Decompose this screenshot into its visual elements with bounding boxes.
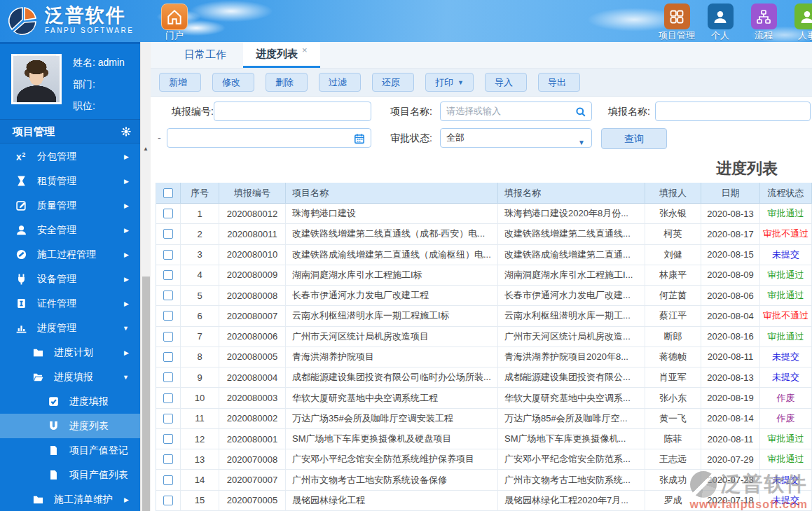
cell-person-link[interactable]: 陈菲 <box>645 429 701 449</box>
row-checkbox[interactable] <box>163 393 173 403</box>
top-nav-item[interactable]: 个人 <box>699 4 742 41</box>
cell-project-name-link[interactable]: 改建铁路成渝线增建第二直通线（成渝枢纽）电... <box>286 245 498 265</box>
cell-person-link[interactable]: 断郎 <box>645 327 701 347</box>
column-header[interactable]: 填报名称 <box>498 183 645 204</box>
cell-report-name-link[interactable]: 华软大厦研究基地中央空调系... <box>498 388 645 408</box>
row-checkbox[interactable] <box>163 434 173 444</box>
table-row[interactable]: 5 2020080008 长春市伊通河水力发电厂改建工程 长春市伊通河水力发电厂… <box>156 286 812 306</box>
cell-report-code-link[interactable]: 2020080001 <box>219 429 286 449</box>
calendar-icon[interactable] <box>354 133 365 144</box>
top-nav-item[interactable]: 人事 <box>785 4 812 41</box>
cell-report-code-link[interactable]: 2020080007 <box>219 306 286 326</box>
gear-icon[interactable] <box>121 126 132 137</box>
sidebar-menu-item[interactable]: 进度列表 <box>0 414 140 438</box>
cell-report-name-link[interactable]: 成都能源建设集团投资有限公... <box>498 368 645 388</box>
sidebar-menu-item[interactable]: 安全管理 ▶ <box>0 218 140 242</box>
row-checkbox[interactable] <box>163 229 173 239</box>
sidebar-menu-item[interactable]: 项目产值登记 <box>0 438 140 463</box>
column-header[interactable]: 序号 <box>181 183 219 204</box>
search-icon[interactable] <box>575 106 586 118</box>
toolbar-button[interactable]: 打印 ▼ <box>425 73 474 92</box>
cell-report-code-link[interactable]: 2020080006 <box>219 327 286 347</box>
toolbar-button[interactable]: 导出 <box>538 73 580 92</box>
cell-report-code-link[interactable]: 2020070008 <box>219 449 286 470</box>
sidebar-menu-item[interactable]: 进度填报 <box>0 389 140 414</box>
cell-report-code-link[interactable]: 2020080003 <box>219 388 286 408</box>
cell-person-link[interactable]: 黄一飞 <box>645 409 701 429</box>
cell-report-name-link[interactable]: 广州市天河区统计局机房改造... <box>498 327 645 347</box>
cell-project-name-link[interactable]: 云南水利枢纽潜明水库一期工程施工I标 <box>286 306 498 326</box>
sidebar-menu-item[interactable]: 进度计划 ▶ <box>0 340 140 365</box>
column-header[interactable]: 流程状态 <box>760 183 812 204</box>
cell-project-name-link[interactable]: SM广场地下车库更换摄像机及硬盘项目 <box>286 429 498 449</box>
row-checkbox[interactable] <box>163 475 173 485</box>
cell-person-link[interactable]: 林康平 <box>645 265 701 286</box>
cell-report-code-link[interactable]: 2020070007 <box>219 470 286 490</box>
cell-report-name-link[interactable]: 珠海鹤港口建设2020年8月份... <box>498 204 645 224</box>
table-row[interactable]: 11 2020080002 万达广场35#会所及咖啡厅空调安装工程 万达广场85… <box>156 409 812 429</box>
cell-project-name-link[interactable]: 万达广场35#会所及咖啡厅空调安装工程 <box>286 409 498 429</box>
cell-report-name-link[interactable]: 广州市文物考古工地安防系统... <box>498 470 645 490</box>
cell-report-name-link[interactable]: 万达广场85#会所及咖啡厅空... <box>498 409 645 429</box>
tab[interactable]: 进度列表 × <box>243 42 320 68</box>
table-row[interactable]: 12 2020080001 SM广场地下车库更换摄像机及硬盘项目 SM广场地下车… <box>156 429 812 449</box>
sidebar-menu-item[interactable]: 分包管理 ▶ <box>0 144 140 169</box>
sidebar-menu-item[interactable]: 质量管理 ▶ <box>0 193 140 218</box>
table-row[interactable]: 8 2020080005 青海洪湖养护院项目 青海洪湖养护院项目2020年8..… <box>156 347 812 368</box>
table-row[interactable]: 2 2020080011 改建铁路线增建第二线直通线（成都-西安）电... 改建… <box>156 224 812 244</box>
tab[interactable]: 日常工作 <box>172 42 243 68</box>
sidebar-menu-item[interactable]: 设备管理 ▶ <box>0 267 140 291</box>
cell-person-link[interactable]: 柯英 <box>645 224 701 244</box>
scrollbar-thumb[interactable] <box>142 276 150 511</box>
cell-project-name-link[interactable]: 珠海鹤港口建设 <box>286 204 498 224</box>
report-no-input[interactable] <box>214 102 371 121</box>
column-header[interactable]: 填报人 <box>645 183 701 204</box>
date-input[interactable] <box>167 128 371 148</box>
sidebar-menu-item[interactable]: 项目产值列表 <box>0 463 140 487</box>
table-row[interactable]: 15 2020070005 晟铭园林绿化工程 晟铭园林绿化工程2020年7月..… <box>156 491 812 511</box>
portal-button[interactable]: 门户 <box>159 4 190 41</box>
column-header[interactable]: 填报编号 <box>219 183 286 204</box>
search-button[interactable]: 查询 <box>601 128 667 149</box>
scroll-up-arrow[interactable]: ▲ <box>143 146 149 152</box>
cell-project-name-link[interactable]: 长春市伊通河水力发电厂改建工程 <box>286 286 498 306</box>
table-row[interactable]: 14 2020070007 广州市文物考古工地安防系统设备保修 广州市文物考古工… <box>156 470 812 490</box>
table-row[interactable]: 9 2020080004 成都能源建设集团投资有限公司临时办公场所装... 成都… <box>156 368 812 388</box>
row-checkbox[interactable] <box>163 496 173 505</box>
project-name-input[interactable]: 请选择或输入 <box>440 102 592 121</box>
table-row[interactable]: 6 2020080007 云南水利枢纽潜明水库一期工程施工I标 云南水利枢纽潜明… <box>156 306 812 326</box>
toolbar-button[interactable]: 还原 <box>372 73 414 92</box>
table-row[interactable]: 7 2020080006 广州市天河区统计局机房改造项目 广州市天河区统计局机房… <box>156 327 812 347</box>
tab-close-icon[interactable]: × <box>302 45 308 55</box>
toolbar-button[interactable]: 过滤 <box>319 73 361 92</box>
approval-status-select[interactable]: 全部 ▼ <box>440 128 592 148</box>
column-header[interactable]: 项目名称 <box>286 183 498 204</box>
column-header[interactable]: 日期 <box>701 183 760 204</box>
table-row[interactable]: 13 2020070008 广安邓小平纪念馆安全防范系统维护保养项目 广安邓小平… <box>156 449 812 470</box>
cell-report-code-link[interactable]: 2020080008 <box>219 286 286 306</box>
sidebar-scrollbar[interactable]: ▲ <box>140 42 151 511</box>
cell-person-link[interactable]: 何芷茵 <box>645 286 701 306</box>
toolbar-button[interactable]: 删除 <box>266 73 308 92</box>
cell-report-code-link[interactable]: 2020070005 <box>219 491 286 511</box>
cell-project-name-link[interactable]: 广安邓小平纪念馆安全防范系统维护保养项目 <box>286 449 498 470</box>
sidebar-menu-item[interactable]: 施工过程管理 ▶ <box>0 242 140 267</box>
cell-report-name-link[interactable]: 青海洪湖养护院项目2020年8... <box>498 347 645 368</box>
table-row[interactable]: 10 2020080003 华软大厦研究基地中央空调系统工程 华软大厦研究基地中… <box>156 388 812 408</box>
cell-report-name-link[interactable]: 晟铭园林绿化工程2020年7月... <box>498 491 645 511</box>
row-checkbox[interactable] <box>163 414 173 424</box>
row-checkbox[interactable] <box>163 372 173 382</box>
cell-project-name-link[interactable]: 改建铁路线增建第二线直通线（成都-西安）电... <box>286 224 498 244</box>
cell-project-name-link[interactable]: 成都能源建设集团投资有限公司临时办公场所装... <box>286 368 498 388</box>
row-checkbox[interactable] <box>163 290 173 300</box>
cell-report-code-link[interactable]: 2020080004 <box>219 368 286 388</box>
sidebar-menu-item[interactable]: 进度填报 ▼ <box>0 365 140 389</box>
cell-person-link[interactable]: 蔡江平 <box>645 306 701 326</box>
row-checkbox[interactable] <box>163 311 173 321</box>
cell-report-name-link[interactable]: 云南水利枢纽潜明水库一期工... <box>498 306 645 326</box>
cell-person-link[interactable]: 罗成 <box>645 491 701 511</box>
toolbar-button[interactable]: 新增 <box>159 73 201 92</box>
row-checkbox[interactable] <box>163 250 173 260</box>
sidebar-menu-item[interactable]: 租赁管理 ▶ <box>0 169 140 193</box>
row-checkbox[interactable] <box>163 454 173 464</box>
